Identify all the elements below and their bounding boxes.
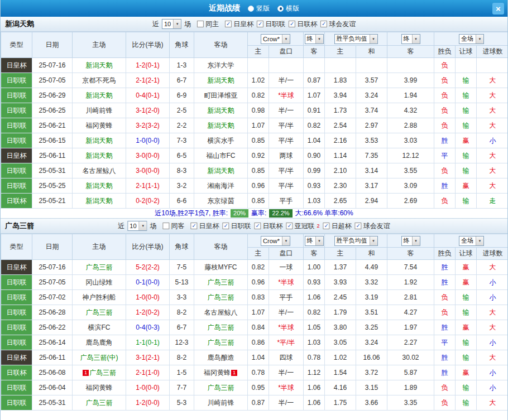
home-team-name[interactable]: 名古屋鲸八 bbox=[83, 167, 116, 175]
recent-count-select[interactable]: 10 ▼ bbox=[127, 221, 147, 231]
away-team-name[interactable]: 广岛三箭 bbox=[208, 339, 234, 346]
checkbox-icon[interactable]: ✓ bbox=[191, 223, 198, 229]
handicap-result-cell: 赢 bbox=[456, 320, 477, 335]
handicap-result-cell: 输 bbox=[456, 194, 477, 209]
away-team-name[interactable]: 福山市FC bbox=[207, 152, 236, 160]
corners-cell: 2-2 bbox=[170, 118, 194, 133]
home-team-name[interactable]: 神户胜利船 bbox=[83, 293, 116, 301]
radio-selected-icon[interactable] bbox=[277, 6, 284, 12]
away-team-name[interactable]: 广岛三箭 bbox=[208, 324, 234, 331]
same-venue-filter[interactable]: 同主 bbox=[197, 20, 219, 29]
layout-option-vertical[interactable]: 竖版 bbox=[248, 4, 270, 13]
radio-icon[interactable] bbox=[248, 6, 254, 12]
away-team-name[interactable]: 福冈黄蜂 bbox=[204, 369, 231, 376]
bookmaker-select[interactable]: Crow* ▼ bbox=[261, 236, 290, 246]
league-filter[interactable]: ✓日联杯 bbox=[289, 20, 317, 29]
away-team-name[interactable]: 横滨水手 bbox=[208, 137, 234, 144]
home-team-name[interactable]: 广岛三箭 bbox=[86, 308, 113, 316]
away-team-cell: 广岛三箭 bbox=[194, 320, 248, 335]
avg-odds-select[interactable]: 胜平负均值 ▼ bbox=[334, 236, 378, 246]
away-team-name[interactable]: 新潟天鹅 bbox=[208, 122, 234, 129]
layout-option-horizontal[interactable]: 横版 bbox=[277, 4, 299, 13]
away-team-name[interactable]: 新潟天鹅 bbox=[208, 167, 234, 175]
away-team-name[interactable]: 名古屋鲸八 bbox=[204, 308, 238, 316]
league-filter[interactable]: ✓日联杯 bbox=[255, 221, 283, 231]
odds-home-cell: 1.02 bbox=[248, 73, 269, 88]
home-team-name[interactable]: 新潟天鹅 bbox=[86, 182, 113, 190]
goals-result-cell: 小 bbox=[477, 365, 508, 380]
filter-bar: 近 10 ▼ 场 同客 ✓日皇杯✓日职联✓日联杯✓亚冠联2✓日超杯✓球会友谊 bbox=[118, 221, 390, 231]
home-team-name[interactable]: 冈山绿雉 bbox=[86, 278, 113, 286]
away-team-name[interactable]: 广岛三箭 bbox=[208, 293, 234, 301]
home-team-name[interactable]: 京都不死鸟 bbox=[83, 76, 116, 84]
league-filter[interactable]: ✓日皇杯 bbox=[225, 20, 253, 29]
odds-away-cell: 1.06 bbox=[304, 380, 325, 395]
home-team-name[interactable]: 横滨FC bbox=[88, 324, 111, 331]
home-team-name[interactable]: 广岛三箭 bbox=[86, 399, 113, 407]
checkbox-icon[interactable] bbox=[197, 21, 204, 27]
matches-table: 类型 日期 主场 比分(半场) 角球 客场 Crow* ▼ 终 bbox=[1, 32, 508, 209]
away-team-name[interactable]: 广岛三箭 bbox=[208, 384, 234, 392]
checkbox-icon[interactable]: ✓ bbox=[355, 223, 362, 229]
home-team-name[interactable]: 新潟天鹅 bbox=[86, 61, 113, 69]
avg-home-cell: 2.54 bbox=[325, 118, 356, 133]
home-team-name[interactable]: 鹿岛鹿角 bbox=[86, 339, 113, 346]
home-team-name[interactable]: 新潟天鹅 bbox=[86, 137, 113, 144]
final-odds-select-1[interactable]: 终 ▼ bbox=[305, 34, 324, 44]
league-filter[interactable]: ✓日皇杯 bbox=[191, 221, 219, 231]
scope-select[interactable]: 全场 ▼ bbox=[459, 34, 484, 44]
league-filter-label: 日联杯 bbox=[263, 221, 283, 231]
checkbox-icon[interactable]: ✓ bbox=[225, 21, 232, 27]
checkbox-icon[interactable] bbox=[163, 223, 170, 229]
league-filter[interactable]: ✓亚冠联2 bbox=[286, 221, 320, 231]
final-odds-select-1[interactable]: 终 ▼ bbox=[305, 236, 324, 246]
away-team-name[interactable]: 东京绿茵 bbox=[208, 197, 234, 205]
league-filter[interactable]: ✓日超杯 bbox=[323, 221, 352, 231]
scope-select[interactable]: 全场 ▼ bbox=[459, 236, 484, 246]
bookmaker-header: Crow* ▼ bbox=[248, 32, 304, 46]
home-team-name[interactable]: 川崎前锋 bbox=[86, 107, 113, 114]
checkbox-icon[interactable]: ✓ bbox=[289, 21, 295, 27]
bookmaker-select[interactable]: Crow* ▼ bbox=[261, 34, 290, 44]
match-row: 日职联25-06-29新潟天鹅0-4(0-1)6-9町田泽维亚0.82*半球1.… bbox=[1, 88, 508, 103]
home-team-name[interactable]: 新潟天鹅 bbox=[86, 197, 113, 205]
league-filter[interactable]: ✓日职联 bbox=[257, 20, 285, 29]
same-venue-filter[interactable]: 同客 bbox=[163, 221, 185, 231]
final-odds-select-2[interactable]: 终 ▼ bbox=[401, 34, 420, 44]
home-team-name[interactable]: 新潟天鹅 bbox=[86, 152, 113, 160]
close-button[interactable]: × bbox=[492, 3, 504, 15]
home-team-name[interactable]: 新潟天鹅 bbox=[86, 91, 113, 99]
avg-home-cell: 2.45 bbox=[325, 290, 356, 305]
away-team-name[interactable]: 东洋大学 bbox=[208, 61, 234, 69]
league-filter[interactable]: ✓日职联 bbox=[223, 221, 251, 231]
avg-odds-select[interactable]: 胜平负均值 ▼ bbox=[334, 34, 378, 44]
checkbox-icon[interactable]: ✓ bbox=[223, 223, 229, 229]
final-odds-select-2[interactable]: 终 ▼ bbox=[401, 236, 420, 246]
home-team-name[interactable]: 福冈黄蜂 bbox=[86, 384, 113, 392]
result-cell: 负 bbox=[434, 58, 456, 73]
away-team-name[interactable]: 川崎前锋 bbox=[208, 399, 234, 407]
away-team-name[interactable]: 藤枝MYFC bbox=[205, 263, 237, 271]
away-team-name[interactable]: 町田泽维亚 bbox=[204, 91, 238, 99]
final-odds-header: 终 ▼ bbox=[304, 234, 325, 248]
checkbox-icon[interactable]: ✓ bbox=[320, 21, 327, 27]
home-team-name[interactable]: 广岛三箭 bbox=[89, 369, 116, 376]
away-team-name[interactable]: 湘南海洋 bbox=[208, 182, 234, 190]
home-team-name[interactable]: 广岛三箭 bbox=[86, 263, 113, 271]
checkbox-icon[interactable]: ✓ bbox=[286, 223, 293, 229]
away-team-name[interactable]: 新潟天鹅 bbox=[208, 107, 234, 114]
checkbox-icon[interactable]: ✓ bbox=[323, 223, 330, 229]
away-team-name[interactable]: 鹿岛酿造 bbox=[208, 354, 234, 361]
home-team-name[interactable]: 福冈黄蜂 bbox=[86, 122, 113, 129]
result-cell: 胜 bbox=[434, 133, 456, 148]
league-filter[interactable]: ✓球会友谊 bbox=[355, 221, 390, 231]
window-title: 近期战绩 bbox=[209, 3, 240, 13]
checkbox-icon[interactable]: ✓ bbox=[257, 21, 263, 27]
league-filter[interactable]: ✓球会友谊 bbox=[320, 20, 356, 29]
recent-count-select[interactable]: 10 ▼ bbox=[162, 19, 181, 29]
home-team-name[interactable]: 广岛三箭(中) bbox=[80, 354, 118, 361]
checkbox-icon[interactable]: ✓ bbox=[255, 223, 261, 229]
away-team-name[interactable]: 广岛三箭 bbox=[208, 278, 234, 286]
odds-handicap-cell: 平/半 bbox=[269, 118, 304, 133]
away-team-name[interactable]: 新潟天鹅 bbox=[208, 76, 234, 84]
